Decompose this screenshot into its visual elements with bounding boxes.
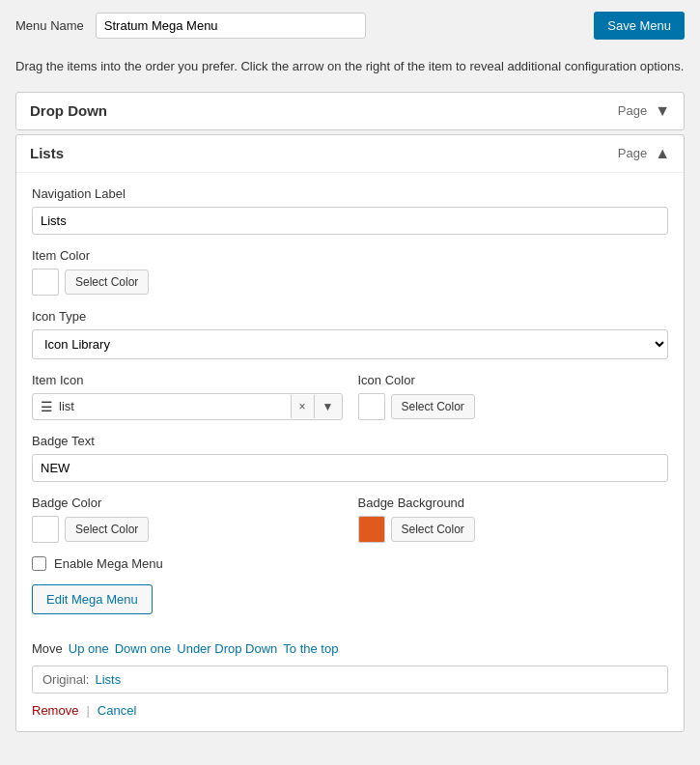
edit-mega-menu-wrapper: Edit Mega Menu [32,584,668,628]
dropdown-type: Page [618,103,647,118]
menu-name-label: Menu Name [15,18,84,33]
item-color-label: Item Color [32,248,668,263]
move-to-top-link[interactable]: To the top [283,641,338,656]
badge-text-input[interactable] [32,454,668,482]
page-wrapper: Menu Name Save Menu Drag the items into … [0,0,700,748]
instructions-text: Drag the items into the order you prefer… [15,57,685,76]
lists-type: Page [618,146,647,160]
icon-clear-button[interactable]: × [291,395,314,418]
badge-text-group: Badge Text [32,434,668,482]
move-row: Move Up one Down one Under Drop Down To … [32,641,668,656]
move-label: Move [32,641,63,656]
icon-color-group: Icon Color Select Color [358,373,669,420]
badge-background-row: Select Color [358,516,669,543]
dropdown-chevron-icon: ▼ [655,102,670,120]
icon-color-swatch[interactable] [358,393,385,420]
move-up-one-link[interactable]: Up one [69,641,109,656]
item-color-group: Item Color Select Color [32,248,668,296]
lists-title: Lists [30,145,618,161]
edit-mega-menu-button[interactable]: Edit Mega Menu [32,584,153,614]
icon-color-label: Icon Color [358,373,669,387]
menu-name-input[interactable] [96,13,366,39]
item-icon-label: Item Icon [32,373,343,387]
nav-label-label: Navigation Label [32,186,668,201]
remove-link[interactable]: Remove [32,703,78,718]
lists-header[interactable]: Lists Page ▲ [16,135,684,173]
badge-background-group: Badge Background Select Color [358,496,669,543]
badge-colors-row: Badge Color Select Color Badge Backgroun… [32,496,668,543]
action-row: Remove | Cancel [32,703,668,718]
lists-chevron-icon: ▲ [655,145,670,162]
action-separator: | [86,703,89,718]
icon-row: Item Icon ☰ list × ▼ Icon Color Sele [32,373,668,420]
move-down-one-link[interactable]: Down one [115,641,172,656]
icon-type-label: Icon Type [32,309,668,324]
lists-menu-item: Lists Page ▲ Navigation Label Item Color… [15,134,685,732]
dropdown-menu-item: Drop Down Page ▼ [15,92,685,130]
dropdown-header[interactable]: Drop Down Page ▼ [16,93,684,129]
icon-color-row: Select Color [358,393,669,420]
item-icon-group: Item Icon ☰ list × ▼ [32,373,343,420]
cancel-link[interactable]: Cancel [98,703,136,718]
save-menu-button[interactable]: Save Menu [594,12,685,40]
icon-type-group: Icon Type Icon Library Custom None [32,309,668,359]
enable-mega-menu-group: Enable Mega Menu [32,556,668,571]
icon-type-select[interactable]: Icon Library Custom None [32,329,668,359]
badge-color-group: Badge Color Select Color [32,496,343,543]
enable-mega-menu-label: Enable Mega Menu [54,556,163,571]
header-row: Menu Name Save Menu [15,12,685,40]
lists-body: Navigation Label Item Color Select Color… [16,173,684,731]
icon-name-text: list [59,399,74,413]
list-icon: ☰ [41,399,53,414]
badge-text-label: Badge Text [32,434,668,448]
original-row: Original: Lists [32,666,668,694]
icon-arrow-button[interactable]: ▼ [314,395,342,418]
badge-background-label: Badge Background [358,496,669,510]
move-under-dropdown-link[interactable]: Under Drop Down [177,641,277,656]
badge-color-select-button[interactable]: Select Color [65,517,149,542]
badge-background-select-button[interactable]: Select Color [391,517,475,542]
nav-label-group: Navigation Label [32,186,668,235]
badge-color-row: Select Color [32,516,343,543]
item-color-swatch[interactable] [32,269,59,296]
badge-color-swatch[interactable] [32,516,59,543]
icon-select-wrapper: ☰ list × ▼ [32,393,343,420]
badge-background-swatch[interactable] [358,516,385,543]
original-label: Original: [42,672,89,687]
icon-color-select-button[interactable]: Select Color [391,394,475,419]
badge-color-label: Badge Color [32,496,343,510]
dropdown-title: Drop Down [30,102,618,119]
nav-label-input[interactable] [32,207,668,235]
original-link[interactable]: Lists [95,672,121,687]
icon-select-inner: ☰ list [33,394,291,419]
enable-mega-menu-checkbox[interactable] [32,556,46,571]
item-color-select-button[interactable]: Select Color [65,269,149,295]
item-color-row: Select Color [32,269,668,296]
